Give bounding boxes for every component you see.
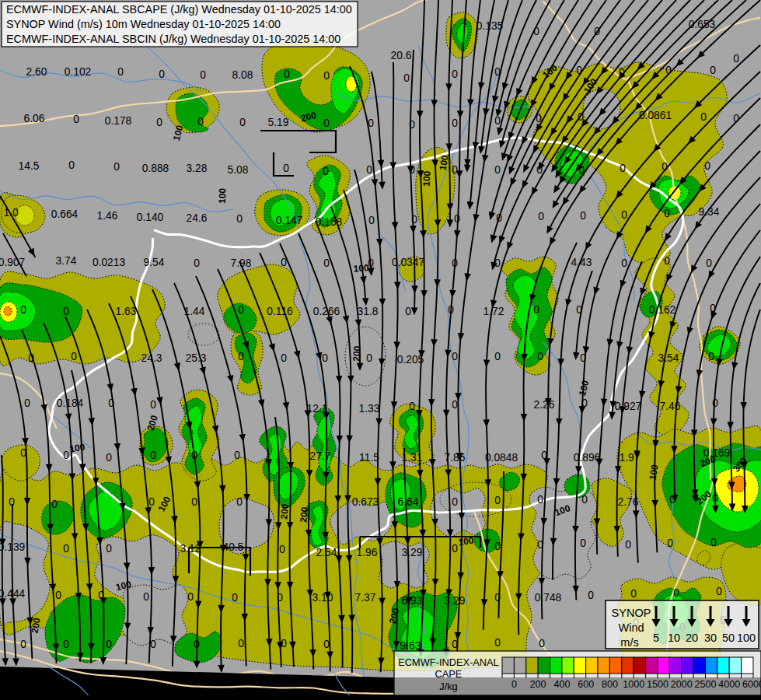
svg-text:0: 0 <box>150 450 156 461</box>
svg-text:0: 0 <box>537 494 543 506</box>
svg-text:0.927: 0.927 <box>615 401 642 412</box>
svg-text:0: 0 <box>541 450 547 461</box>
svg-text:3.10: 3.10 <box>312 592 333 604</box>
svg-text:0: 0 <box>625 539 631 551</box>
svg-text:0: 0 <box>106 543 112 555</box>
svg-text:0: 0 <box>588 590 594 601</box>
svg-text:7.37: 7.37 <box>355 592 376 604</box>
svg-text:0.896: 0.896 <box>574 452 601 464</box>
svg-text:0: 0 <box>409 119 415 131</box>
svg-text:ECMWF-INDEX-ANAL SBCAPE (J/kg): ECMWF-INDEX-ANAL SBCAPE (J/kg) Wednesday… <box>6 3 352 16</box>
svg-text:0: 0 <box>664 255 670 267</box>
svg-text:0: 0 <box>708 351 714 362</box>
svg-text:m/s: m/s <box>620 636 638 649</box>
svg-text:0: 0 <box>448 304 454 316</box>
svg-text:1.44: 1.44 <box>184 306 205 317</box>
svg-text:0: 0 <box>733 53 739 65</box>
svg-text:0: 0 <box>409 401 415 412</box>
svg-text:0: 0 <box>106 452 112 464</box>
svg-text:0: 0 <box>452 68 458 80</box>
svg-text:0: 0 <box>55 590 61 601</box>
svg-text:1.46: 1.46 <box>97 210 118 222</box>
svg-text:0: 0 <box>143 591 149 603</box>
svg-text:9.34: 9.34 <box>699 206 720 218</box>
svg-text:0: 0 <box>150 639 156 650</box>
svg-text:0: 0 <box>494 495 501 506</box>
svg-text:0: 0 <box>536 164 543 176</box>
svg-text:0: 0 <box>537 351 543 362</box>
svg-text:24.3: 24.3 <box>141 352 162 364</box>
svg-text:0: 0 <box>323 257 330 269</box>
svg-text:7.46: 7.46 <box>660 401 681 412</box>
svg-text:0: 0 <box>238 638 244 649</box>
svg-text:0: 0 <box>366 164 372 176</box>
svg-text:0.888: 0.888 <box>142 163 169 174</box>
svg-text:0: 0 <box>594 26 600 37</box>
svg-text:12.1: 12.1 <box>307 403 328 415</box>
svg-text:0: 0 <box>494 637 501 649</box>
svg-text:0: 0 <box>578 111 584 123</box>
svg-text:CAPE: CAPE <box>435 668 463 680</box>
svg-text:100: 100 <box>737 632 756 644</box>
svg-text:0.158: 0.158 <box>316 216 343 228</box>
svg-text:0: 0 <box>578 164 585 176</box>
svg-text:5: 5 <box>653 632 659 644</box>
svg-text:9.54: 9.54 <box>144 257 165 268</box>
svg-text:0: 0 <box>20 639 26 650</box>
svg-text:1.72: 1.72 <box>483 306 504 317</box>
svg-text:0: 0 <box>494 164 501 176</box>
svg-text:0: 0 <box>621 209 627 221</box>
svg-text:50: 50 <box>722 632 735 644</box>
svg-text:0: 0 <box>712 492 718 504</box>
svg-text:0: 0 <box>63 450 69 461</box>
svg-text:0: 0 <box>580 537 586 549</box>
svg-text:0: 0 <box>452 496 458 508</box>
svg-text:1500: 1500 <box>647 679 668 690</box>
svg-text:24.6: 24.6 <box>187 212 208 224</box>
svg-text:0: 0 <box>200 69 206 81</box>
svg-text:0.162: 0.162 <box>649 304 676 316</box>
svg-text:30: 30 <box>704 632 717 644</box>
svg-text:0.139: 0.139 <box>0 541 26 553</box>
svg-text:2.26: 2.26 <box>534 399 555 411</box>
svg-text:200: 200 <box>298 506 310 523</box>
svg-text:0.266: 0.266 <box>313 306 340 317</box>
svg-text:31.8: 31.8 <box>358 306 379 317</box>
svg-text:0: 0 <box>150 399 156 411</box>
svg-text:ECMWF-INDEX-ANAL SBCIN (J/kg): ECMWF-INDEX-ANAL SBCIN (J/kg) Wednesday … <box>6 33 340 45</box>
svg-text:ECMWF-INDEX-ANAL: ECMWF-INDEX-ANAL <box>398 656 498 668</box>
svg-text:0: 0 <box>533 26 539 37</box>
svg-text:0: 0 <box>20 304 26 316</box>
svg-text:0: 0 <box>537 539 543 551</box>
svg-text:0: 0 <box>281 352 287 364</box>
svg-text:0: 0 <box>366 352 372 364</box>
svg-text:0: 0 <box>232 592 238 604</box>
svg-text:200: 200 <box>351 345 362 362</box>
svg-text:0.147: 0.147 <box>276 215 303 226</box>
svg-text:0: 0 <box>113 161 120 173</box>
svg-text:100: 100 <box>217 187 229 204</box>
svg-text:0: 0 <box>494 257 501 269</box>
svg-text:0: 0 <box>236 213 243 225</box>
svg-text:0: 0 <box>580 352 586 364</box>
svg-text:0: 0 <box>322 352 328 364</box>
svg-text:0: 0 <box>68 159 75 171</box>
svg-text:0: 0 <box>403 72 410 84</box>
svg-text:0: 0 <box>452 543 458 555</box>
svg-text:14.5: 14.5 <box>19 160 40 172</box>
svg-text:3.74: 3.74 <box>56 255 77 267</box>
svg-text:0: 0 <box>619 67 625 79</box>
svg-text:0: 0 <box>452 164 458 176</box>
svg-text:0: 0 <box>191 450 197 461</box>
svg-text:0: 0 <box>281 257 287 268</box>
svg-text:0: 0 <box>496 212 502 224</box>
svg-text:0: 0 <box>716 586 722 597</box>
svg-text:0: 0 <box>706 257 712 269</box>
svg-text:2.76: 2.76 <box>618 496 639 508</box>
svg-text:1.96: 1.96 <box>357 547 378 558</box>
svg-text:20.6: 20.6 <box>391 50 412 61</box>
svg-text:0: 0 <box>323 639 330 650</box>
svg-text:SYNOP Wind (m/s) 10m Wednesday: SYNOP Wind (m/s) 10m Wednesday 01-10-202… <box>6 18 281 30</box>
svg-text:7.98: 7.98 <box>231 257 252 269</box>
svg-text:0.0213: 0.0213 <box>93 257 126 268</box>
